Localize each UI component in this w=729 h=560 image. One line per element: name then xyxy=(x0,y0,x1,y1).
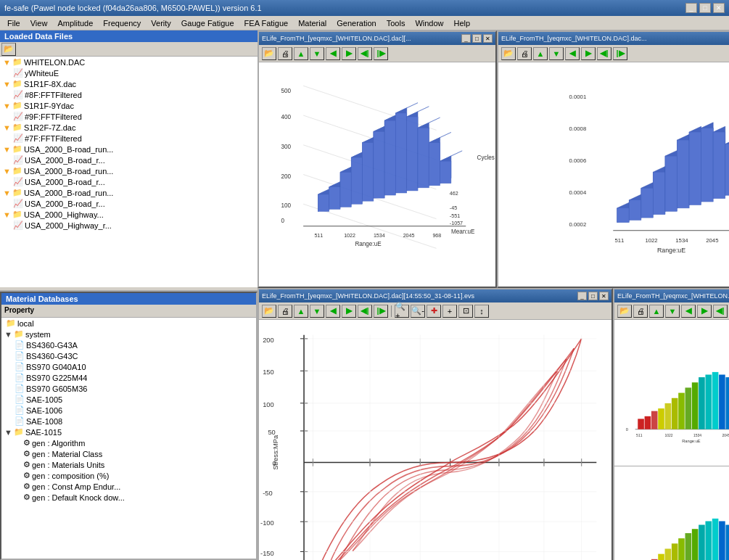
chart4-print-btn[interactable]: 🖨 xyxy=(633,305,648,318)
mat-bs4360-g43c[interactable]: 📄 BS4360-G43C xyxy=(1,350,256,361)
svg-rect-191 xyxy=(665,549,672,560)
menu-view[interactable]: View xyxy=(26,17,52,29)
chart3-minimize[interactable]: _ xyxy=(577,292,587,300)
chart3-last-btn[interactable]: |▶ xyxy=(374,305,388,318)
menu-fea-fatigue[interactable]: FEA Fatigue xyxy=(240,17,293,29)
svg-rect-165 xyxy=(725,377,729,429)
menu-file[interactable]: File xyxy=(3,17,25,29)
tree-item-usahwy1-sub[interactable]: 📈 USA_2000_Highway_r... xyxy=(0,220,258,231)
chart2-left-btn[interactable]: ◀ xyxy=(565,47,580,60)
chart1-close[interactable]: ✕ xyxy=(483,34,493,43)
title-bar-buttons: _ □ ✕ xyxy=(685,3,725,13)
chart2-right-btn[interactable]: ▶ xyxy=(581,47,596,60)
chart1-print-btn[interactable]: 🖨 xyxy=(278,47,292,60)
minimize-button[interactable]: _ xyxy=(685,3,697,13)
chart2-up-btn[interactable]: ▲ xyxy=(533,47,548,60)
close-button[interactable]: ✕ xyxy=(713,3,725,13)
svg-rect-76 xyxy=(677,140,690,208)
chart1-right-btn[interactable]: ▶ xyxy=(342,47,356,60)
chart3-up-btn[interactable]: ▲ xyxy=(294,305,308,318)
folder-icon8: 📁 xyxy=(12,210,22,219)
mat-bs970-g605m36[interactable]: 📄 BS970 G605M36 xyxy=(1,383,256,394)
chart2-print-btn[interactable]: 🖨 xyxy=(517,47,532,60)
chart3-left-btn[interactable]: ◀ xyxy=(326,305,340,318)
tree-item-usa2[interactable]: ▼ 📁 USA_2000_B-road_run... xyxy=(0,165,258,176)
mat-sae1005[interactable]: 📄 SAE-1005 xyxy=(1,394,256,405)
chart3-extra-btn[interactable]: ↕ xyxy=(474,305,489,318)
chart4-first-btn[interactable]: ◀| xyxy=(713,305,728,318)
chart3-zoomout-btn[interactable]: 🔍- xyxy=(411,305,425,318)
chart4-left-btn[interactable]: ◀ xyxy=(681,305,696,318)
menu-amplitude[interactable]: Amplitude xyxy=(53,17,97,29)
mat-gen-matunits[interactable]: ⚙ gen : Materials Units xyxy=(1,459,256,470)
tree-item-usa3[interactable]: ▼ 📁 USA_2000_B-road_run... xyxy=(0,187,258,198)
tree-item-usa1-sub[interactable]: 📈 USA_2000_B-road_r... xyxy=(0,155,258,165)
chart4-down-btn[interactable]: ▼ xyxy=(665,305,680,318)
tree-item-s1r1f9y[interactable]: ▼ 📁 S1R1F-9Ydac xyxy=(0,100,258,111)
menu-material[interactable]: Material xyxy=(294,17,331,29)
tree-item-usa2-sub[interactable]: 📈 USA_2000_B-road_r... xyxy=(0,176,258,187)
chart4-open-btn[interactable]: 📂 xyxy=(617,305,632,318)
tree-item-ywhiteue[interactable]: 📈 yWhiteuE xyxy=(0,67,258,78)
chart2-last-btn[interactable]: |▶ xyxy=(613,47,627,60)
mat-gen-constamp[interactable]: ⚙ gen : Const Amp Endur... xyxy=(1,481,256,492)
chart3-plus-btn[interactable]: + xyxy=(442,305,457,318)
tree-item-9f[interactable]: 📈 #9F:FFTFiltered xyxy=(0,111,258,122)
chart3-open-btn[interactable]: 📂 xyxy=(262,305,276,318)
menu-window[interactable]: Window xyxy=(411,17,448,29)
mat-bs970-g040a10[interactable]: 📄 BS970 G040A10 xyxy=(1,361,256,372)
chart1-minimize[interactable]: _ xyxy=(461,34,471,43)
chart3-right-btn[interactable]: ▶ xyxy=(342,305,356,318)
mat-gen-defknock[interactable]: ⚙ gen : Default Knock dow... xyxy=(1,492,256,503)
tree-item-s1r1f8x[interactable]: ▼ 📁 S1R1F-8X.dac xyxy=(0,78,258,89)
chart3-first-btn[interactable]: ◀| xyxy=(358,305,372,318)
chart3-down-btn[interactable]: ▼ xyxy=(310,305,324,318)
tree-item-usa3-sub[interactable]: 📈 USA_2000_B-road_r... xyxy=(0,198,258,209)
chart1-first-btn[interactable]: ◀| xyxy=(358,47,372,60)
chart3-print-btn[interactable]: 🖨 xyxy=(278,305,292,318)
mat-local[interactable]: 📁 local xyxy=(1,318,256,329)
mat-sae1006[interactable]: 📄 SAE-1006 xyxy=(1,405,256,416)
menu-frequency[interactable]: Frequency xyxy=(99,17,145,29)
chart2-down-btn[interactable]: ▼ xyxy=(549,47,564,60)
mat-gen-composition[interactable]: ⚙ gen : composition (%) xyxy=(1,470,256,481)
chart2-first-btn[interactable]: ◀| xyxy=(597,47,611,60)
file-icon-4: 📄 xyxy=(15,373,25,382)
chart1-open-btn[interactable]: 📂 xyxy=(262,47,276,60)
mat-sae1015[interactable]: ▼ 📁 SAE-1015 xyxy=(1,427,256,437)
chart1-up-btn[interactable]: ▲ xyxy=(294,47,308,60)
menu-generation[interactable]: Generation xyxy=(332,17,380,29)
tree-item-7f[interactable]: 📈 #7F:FFTFiltered xyxy=(0,133,258,144)
mat-bs970-g225m44[interactable]: 📄 BS970 G225M44 xyxy=(1,372,256,383)
mat-sae1008[interactable]: 📄 SAE-1008 xyxy=(1,416,256,427)
load-open-btn[interactable]: 📂 xyxy=(1,43,16,56)
tree-item-usahwy1[interactable]: ▼ 📁 USA_2000_Highway... xyxy=(0,209,258,220)
chart1-down-btn[interactable]: ▼ xyxy=(310,47,324,60)
tree-item-8f[interactable]: 📈 #8F:FFTFiltered xyxy=(0,89,258,100)
menu-tools[interactable]: Tools xyxy=(382,17,410,29)
menu-gauge-fatigue[interactable]: Gauge Fatigue xyxy=(177,17,239,29)
chart3-close[interactable]: ✕ xyxy=(599,292,609,300)
chart3-zoomin-btn[interactable]: 🔍+ xyxy=(395,305,409,318)
chart3-maximize[interactable]: □ xyxy=(588,292,598,300)
chart4-right-btn[interactable]: ▶ xyxy=(697,305,712,318)
mat-gen-algorithm[interactable]: ⚙ gen : Algorithm xyxy=(1,437,256,448)
chart4-up-btn[interactable]: ▲ xyxy=(649,305,664,318)
tree-item-usa1[interactable]: ▼ 📁 USA_2000_B-road_run... xyxy=(0,144,258,155)
svg-rect-46 xyxy=(440,161,451,184)
mat-gen-matclass[interactable]: ⚙ gen : Material Class xyxy=(1,448,256,459)
mat-system[interactable]: ▼ 📁 system xyxy=(1,329,256,339)
tree-item-whitelon[interactable]: ▼ 📁 WHITELON.DAC xyxy=(0,57,258,67)
chart1-last-btn[interactable]: |▶ xyxy=(374,47,388,60)
menu-help[interactable]: Help xyxy=(450,17,475,29)
maximize-button[interactable]: □ xyxy=(699,3,711,13)
chart1-body: 100 200 300 400 500 0 xyxy=(259,62,495,287)
chart2-open-btn[interactable]: 📂 xyxy=(501,47,516,60)
chart1-left-btn[interactable]: ◀ xyxy=(326,47,340,60)
mat-bs4360-g43a[interactable]: 📄 BS4360-G43A xyxy=(1,339,256,350)
chart1-maximize[interactable]: □ xyxy=(472,34,482,43)
tree-item-s1r2f7z[interactable]: ▼ 📁 S1R2F-7Z.dac xyxy=(0,122,258,133)
menu-verity[interactable]: Verity xyxy=(147,17,176,29)
chart3-cross-btn[interactable]: ✚ xyxy=(427,305,441,318)
chart3-fit-btn[interactable]: ⊡ xyxy=(458,305,473,318)
